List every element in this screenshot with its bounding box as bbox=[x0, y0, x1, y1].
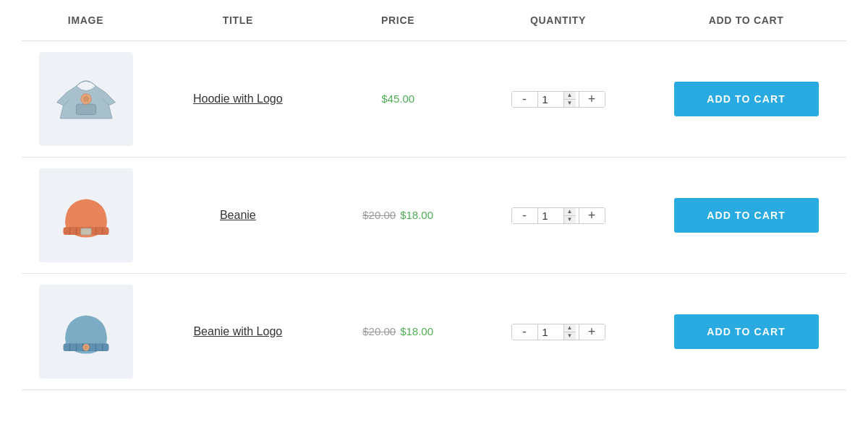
header-quantity: QUANTITY bbox=[470, 0, 646, 41]
table-row: Beanie$20.00$18.00-▲▼+ADD TO CART bbox=[22, 158, 846, 274]
quantity-spin-up-button[interactable]: ▲ bbox=[564, 208, 576, 216]
add-to-cart-button[interactable]: ADD TO CART bbox=[674, 198, 819, 233]
header-image: IMAGE bbox=[22, 0, 150, 41]
quantity-control: -▲▼+ bbox=[511, 207, 605, 224]
svg-point-21 bbox=[84, 345, 88, 349]
price-original: $20.00 bbox=[362, 325, 396, 337]
table-header-row: IMAGE TITLE PRICE QUANTITY ADD TO CART bbox=[22, 0, 846, 41]
product-price-cell: $20.00$18.00 bbox=[326, 158, 470, 274]
product-table: IMAGE TITLE PRICE QUANTITY ADD TO CART H… bbox=[22, 0, 846, 390]
add-to-cart-cell: ADD TO CART bbox=[646, 158, 846, 274]
product-title[interactable]: Beanie bbox=[220, 209, 256, 221]
quantity-input-area: ▲▼ bbox=[538, 208, 579, 223]
quantity-spin-down-button[interactable]: ▼ bbox=[564, 100, 576, 107]
quantity-control: -▲▼+ bbox=[511, 91, 605, 108]
table-row: Hoodie with Logo$45.00-▲▼+ADD TO CART bbox=[22, 41, 846, 158]
product-image-box bbox=[39, 52, 133, 146]
quantity-input-area: ▲▼ bbox=[538, 92, 579, 107]
quantity-decrease-button[interactable]: - bbox=[512, 208, 538, 223]
product-quantity-cell: -▲▼+ bbox=[470, 158, 646, 274]
product-table-wrapper: IMAGE TITLE PRICE QUANTITY ADD TO CART H… bbox=[0, 0, 868, 390]
add-to-cart-cell: ADD TO CART bbox=[646, 274, 846, 390]
quantity-spin-up-button[interactable]: ▲ bbox=[564, 92, 576, 100]
quantity-input[interactable] bbox=[538, 324, 564, 340]
quantity-decrease-button[interactable]: - bbox=[512, 92, 538, 107]
product-title[interactable]: Beanie with Logo bbox=[193, 325, 282, 337]
quantity-decrease-button[interactable]: - bbox=[512, 324, 538, 340]
quantity-increase-button[interactable]: + bbox=[579, 92, 605, 107]
add-to-cart-cell: ADD TO CART bbox=[646, 41, 846, 158]
svg-rect-11 bbox=[80, 228, 90, 235]
product-title-cell: Beanie with Logo bbox=[150, 274, 326, 390]
quantity-input[interactable] bbox=[538, 92, 564, 107]
quantity-input-area: ▲▼ bbox=[538, 324, 579, 340]
price-original: $20.00 bbox=[362, 209, 396, 221]
header-price: PRICE bbox=[326, 0, 470, 41]
price-sale: $18.00 bbox=[400, 209, 433, 221]
quantity-input[interactable] bbox=[538, 208, 564, 223]
quantity-spinners: ▲▼ bbox=[564, 208, 576, 223]
header-title: TITLE bbox=[150, 0, 326, 41]
quantity-spin-down-button[interactable]: ▼ bbox=[564, 332, 576, 340]
product-price-cell: $45.00 bbox=[326, 41, 470, 158]
product-image-cell bbox=[22, 274, 150, 390]
price-sale: $18.00 bbox=[400, 325, 433, 337]
add-to-cart-button[interactable]: ADD TO CART bbox=[674, 314, 819, 349]
quantity-spinners: ▲▼ bbox=[564, 92, 576, 107]
quantity-increase-button[interactable]: + bbox=[579, 324, 605, 340]
product-quantity-cell: -▲▼+ bbox=[470, 274, 646, 390]
product-price-cell: $20.00$18.00 bbox=[326, 274, 470, 390]
product-image-cell bbox=[22, 158, 150, 274]
product-image-box bbox=[39, 285, 133, 379]
product-title[interactable]: Hoodie with Logo bbox=[193, 92, 283, 105]
quantity-increase-button[interactable]: + bbox=[579, 208, 605, 223]
quantity-control: -▲▼+ bbox=[511, 324, 605, 340]
product-image-cell bbox=[22, 41, 150, 158]
product-image-box bbox=[39, 168, 133, 262]
add-to-cart-button[interactable]: ADD TO CART bbox=[674, 82, 819, 116]
quantity-spin-up-button[interactable]: ▲ bbox=[564, 324, 576, 332]
product-title-cell: Beanie bbox=[150, 158, 326, 274]
product-title-cell: Hoodie with Logo bbox=[150, 41, 326, 158]
quantity-spin-down-button[interactable]: ▼ bbox=[564, 216, 576, 223]
quantity-spinners: ▲▼ bbox=[564, 324, 576, 340]
price-sale: $45.00 bbox=[381, 92, 414, 105]
svg-point-2 bbox=[82, 96, 89, 103]
header-cart: ADD TO CART bbox=[646, 0, 846, 41]
product-quantity-cell: -▲▼+ bbox=[470, 41, 646, 158]
table-row: Beanie with Logo$20.00$18.00-▲▼+ADD TO C… bbox=[22, 274, 846, 390]
svg-rect-0 bbox=[76, 104, 95, 114]
